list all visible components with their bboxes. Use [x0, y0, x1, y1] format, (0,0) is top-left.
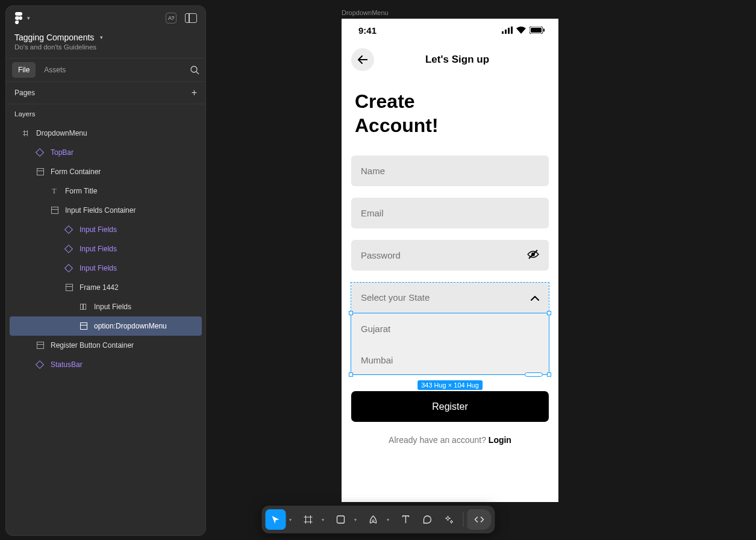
header-actions: A?: [166, 13, 197, 24]
layer-row-input-fields-container[interactable]: Input Fields Container: [6, 201, 205, 220]
battery-icon: [530, 27, 545, 34]
state-select[interactable]: Select your State: [351, 282, 549, 313]
layer-row-frame-1442[interactable]: Frame 1442: [6, 278, 205, 297]
dropdown-option-1[interactable]: Gujarat: [351, 313, 549, 344]
instance-icon: [78, 302, 88, 312]
text-icon: [401, 515, 410, 524]
pages-label: Pages: [14, 89, 35, 97]
password-placeholder: Password: [361, 250, 401, 260]
name-field[interactable]: Name: [351, 155, 549, 186]
shape-tool[interactable]: [330, 509, 351, 530]
register-button-container: Register Already have an account? Login: [351, 391, 549, 445]
svg-rect-3: [502, 31, 504, 34]
search-icon[interactable]: [190, 65, 199, 75]
layer-row-input-fields-3[interactable]: Input Fields: [6, 259, 205, 278]
add-page-icon[interactable]: +: [192, 88, 197, 98]
status-time: 9:41: [358, 25, 376, 36]
toolbar-divider: [463, 512, 463, 527]
topbar-title: Let's Sign up: [384, 54, 531, 66]
panel-header: ▾ A?: [6, 6, 205, 24]
statusbar: 9:41: [342, 19, 558, 42]
layer-row-statusbar[interactable]: StatusBar: [6, 355, 205, 374]
layer-row-input-fields-2[interactable]: Input Fields: [6, 239, 205, 259]
arrow-left-icon: [358, 55, 367, 64]
component-instance-icon: [64, 263, 73, 273]
pen-tool-chevron[interactable]: ▾: [384, 509, 392, 530]
svg-rect-4: [505, 30, 507, 34]
comment-tool[interactable]: [417, 509, 437, 530]
wifi-icon: [516, 27, 526, 34]
email-field[interactable]: Email: [351, 198, 549, 228]
svg-line-2: [196, 72, 199, 74]
component-instance-icon: [35, 148, 45, 157]
layer-row-register-container[interactable]: Register Button Container: [6, 336, 205, 355]
back-button[interactable]: [351, 48, 374, 71]
figma-logo-icon: [14, 12, 23, 24]
shape-tool-chevron[interactable]: ▾: [352, 509, 359, 530]
svg-rect-5: [508, 28, 510, 34]
email-placeholder: Email: [361, 208, 384, 218]
layer-row-frame-root[interactable]: DropdownMenu: [6, 124, 205, 143]
move-tool[interactable]: [265, 509, 286, 530]
input-fields-container: Name Email Password Select your State: [342, 137, 558, 313]
canvas[interactable]: DropdownMenu 9:41 Let's Sign up Create A…: [211, 0, 756, 540]
project-subtitle: Do's and don'ts Guidelines: [6, 43, 205, 58]
frame-icon: [20, 128, 30, 138]
tab-assets[interactable]: Assets: [38, 62, 72, 78]
component-instance-icon: [35, 360, 45, 369]
figma-menu[interactable]: ▾: [14, 12, 30, 24]
dev-mode-tool[interactable]: [467, 509, 491, 530]
project-title-row[interactable]: Tagging Components ▾: [6, 24, 205, 43]
autolayout-icon: [49, 206, 59, 215]
sparkle-icon: [444, 515, 454, 524]
sidebar-tabs: File Assets: [6, 58, 205, 82]
autolayout-icon: [78, 321, 88, 331]
selection-size-badge: 343 Hug × 104 Hug: [417, 380, 483, 390]
cursor-icon: [270, 515, 280, 524]
frame-icon: [303, 515, 313, 524]
login-link[interactable]: Login: [489, 435, 511, 445]
form-title: Create Account!: [342, 76, 558, 137]
bottom-toolbar: ▾ ▾ ▾ ▾: [261, 506, 495, 533]
project-title: Tagging Components: [14, 33, 94, 42]
pages-header[interactable]: Pages +: [6, 82, 205, 104]
chevron-down-icon: ▾: [100, 34, 103, 40]
frame-label[interactable]: DropdownMenu: [342, 9, 389, 16]
eye-off-icon[interactable]: [527, 250, 539, 261]
frame-tool-chevron[interactable]: ▾: [319, 509, 326, 530]
move-tool-chevron[interactable]: ▾: [287, 509, 294, 530]
text-tool[interactable]: [395, 509, 416, 530]
component-instance-icon: [64, 225, 73, 234]
tab-file[interactable]: File: [12, 62, 36, 78]
layer-row-option-dropdown[interactable]: option:DropdownMenu: [10, 316, 202, 336]
login-prompt: Already have an account? Login: [351, 435, 549, 445]
toggle-panel-icon[interactable]: [185, 13, 197, 23]
layer-row-input-fields-1[interactable]: Input Fields: [6, 220, 205, 239]
layer-row-topbar[interactable]: TopBar: [6, 143, 205, 162]
svg-rect-9: [543, 29, 545, 32]
layer-row-form-container[interactable]: Form Container: [6, 162, 205, 181]
pen-tool[interactable]: [363, 509, 383, 530]
dropdown-option-2[interactable]: Mumbai: [351, 344, 549, 375]
missing-font-icon[interactable]: A?: [166, 13, 177, 24]
svg-rect-8: [531, 28, 542, 33]
password-field[interactable]: Password: [351, 240, 549, 271]
phone-frame[interactable]: 9:41 Let's Sign up Create Account! Name …: [342, 19, 558, 502]
autolayout-icon: [35, 341, 45, 350]
signal-icon: [502, 27, 513, 34]
frame-tool[interactable]: [298, 509, 318, 530]
rectangle-icon: [336, 515, 345, 524]
svg-rect-16: [337, 516, 344, 523]
component-instance-icon: [64, 244, 73, 254]
actions-tool[interactable]: [439, 509, 459, 530]
topbar: Let's Sign up: [342, 42, 558, 76]
chevron-down-icon: ▾: [27, 15, 30, 21]
layers-label: Layers: [6, 104, 205, 124]
register-button[interactable]: Register: [351, 391, 549, 422]
layer-row-input-fields-4[interactable]: Input Fields: [6, 297, 205, 316]
layer-row-form-title[interactable]: T Form Title: [6, 181, 205, 201]
autolayout-icon: [64, 283, 73, 292]
dev-mode-icon: [473, 516, 484, 523]
state-placeholder: Select your State: [361, 292, 430, 303]
comment-icon: [422, 515, 432, 524]
